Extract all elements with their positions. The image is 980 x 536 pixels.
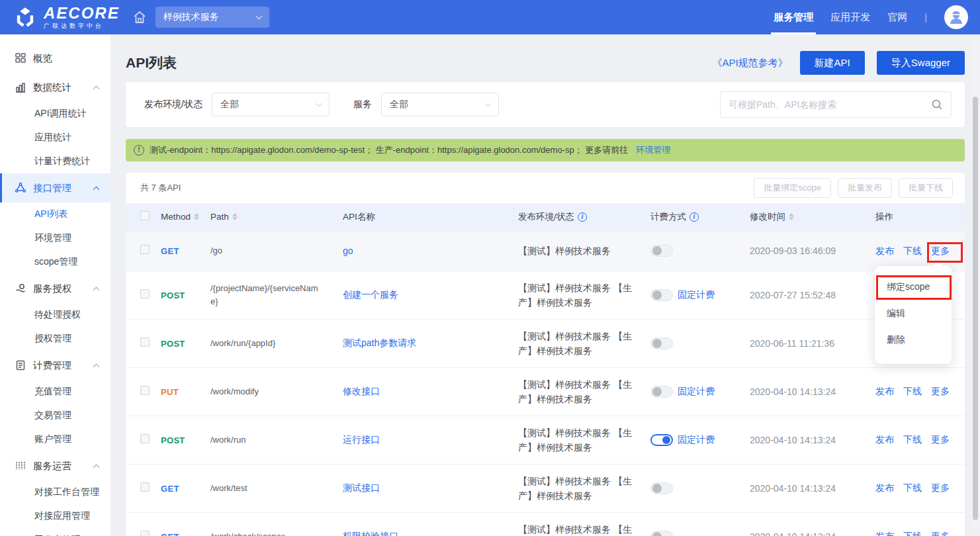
- api-table: Method Path API名称 发布环境/状态 计费方式 修改时间 操作 G…: [126, 203, 965, 536]
- chevron-up-icon: [93, 85, 100, 92]
- modified-time: 2020-06-11 11:21:36: [750, 338, 834, 349]
- new-api-button[interactable]: 新建API: [800, 51, 865, 75]
- nav-app-development[interactable]: 应用开发: [830, 0, 870, 34]
- api-name-link[interactable]: 测试接口: [343, 482, 380, 493]
- billing-toggle[interactable]: [650, 337, 673, 349]
- api-name-link[interactable]: 创建一个服务: [343, 289, 398, 300]
- billing-toggle[interactable]: [650, 289, 673, 301]
- publish-link[interactable]: 发布: [875, 386, 894, 396]
- select-all-checkbox[interactable]: [140, 211, 150, 220]
- import-swagger-button[interactable]: 导入Swagger: [877, 51, 965, 75]
- api-name-link[interactable]: go: [343, 246, 353, 256]
- chevron-up-icon: [93, 186, 100, 193]
- api-spec-reference-link[interactable]: 《API规范参考》: [712, 57, 787, 69]
- sidebar-item-label: 服务授权: [33, 283, 71, 295]
- sidebar-item-metering-billing-stats[interactable]: 计量计费统计: [0, 150, 111, 173]
- user-avatar[interactable]: [944, 5, 968, 29]
- offline-link[interactable]: 下线: [903, 482, 922, 493]
- sidebar-item-account-management[interactable]: 账户管理: [0, 427, 111, 451]
- env-status: 【测试】样例技术服务 【生产】样例技术服务: [518, 377, 650, 406]
- more-link[interactable]: 更多: [931, 246, 950, 256]
- publish-link[interactable]: 发布: [875, 531, 894, 536]
- sidebar-item-app-stats[interactable]: 应用统计: [0, 126, 111, 150]
- sidebar-item-service-auth[interactable]: 服务授权: [0, 274, 111, 303]
- page-scrollbar[interactable]: [971, 37, 979, 533]
- menu-item-bind-scope[interactable]: 绑定scope: [875, 274, 952, 300]
- scrollbar-thumb[interactable]: [973, 97, 978, 520]
- project-select[interactable]: 样例技术服务: [156, 7, 269, 28]
- billing-toggle[interactable]: [650, 386, 673, 398]
- sidebar-item-billing-management[interactable]: 计费管理: [0, 351, 111, 380]
- row-checkbox[interactable]: [140, 482, 150, 492]
- sidebar-item-api-list[interactable]: API列表: [0, 202, 111, 226]
- engineer-avatar-icon: [948, 9, 965, 26]
- info-icon[interactable]: [578, 212, 587, 222]
- table-row: GET /work/check/scopes 权限校验接口 【测试】样例技术服务…: [126, 512, 965, 536]
- env-management-link[interactable]: 环境管理: [636, 144, 670, 156]
- publish-link[interactable]: 发布: [875, 246, 894, 256]
- publish-link[interactable]: 发布: [875, 434, 894, 445]
- more-link[interactable]: 更多: [931, 531, 950, 536]
- nav-service-management[interactable]: 服务管理: [774, 0, 813, 34]
- sidebar-item-developer-management[interactable]: 开发者管理: [0, 528, 111, 536]
- sidebar-item-recharge-management[interactable]: 充值管理: [0, 380, 111, 404]
- row-checkbox[interactable]: [140, 337, 150, 347]
- api-path: /work/run: [210, 433, 343, 447]
- info-icon[interactable]: [690, 212, 699, 222]
- row-checkbox[interactable]: [140, 531, 150, 536]
- sidebar-item-service-ops[interactable]: 服务运营: [0, 451, 111, 480]
- more-link[interactable]: 更多: [931, 386, 950, 396]
- offline-link[interactable]: 下线: [903, 434, 922, 445]
- more-link[interactable]: 更多: [931, 482, 950, 493]
- sidebar-item-auth-management[interactable]: 授权管理: [0, 327, 111, 351]
- service-ops-icon: [15, 460, 26, 472]
- sidebar-item-scope-management[interactable]: scope管理: [0, 250, 111, 274]
- env-status: 【测试】样例技术服务 【生产】样例技术服务: [518, 281, 650, 310]
- col-operations: 操作: [875, 212, 893, 222]
- row-checkbox[interactable]: [140, 434, 150, 443]
- batch-offline-button[interactable]: 批量下线: [899, 178, 953, 198]
- brand-logo[interactable]: AECORE 广联达数字中台: [0, 5, 120, 29]
- offline-link[interactable]: 下线: [903, 531, 922, 536]
- nav-official-site[interactable]: 官网: [887, 0, 907, 34]
- search-icon[interactable]: [931, 99, 943, 111]
- sort-icon[interactable]: [194, 213, 199, 220]
- search-input[interactable]: [729, 99, 931, 110]
- home-icon[interactable]: [132, 9, 148, 25]
- menu-item-edit[interactable]: 编辑: [875, 300, 952, 327]
- sidebar-item-api-management[interactable]: 接口管理: [0, 173, 111, 202]
- billing-toggle[interactable]: [650, 531, 673, 536]
- batch-bind-scope-button[interactable]: 批量绑定scope: [754, 178, 831, 198]
- billing-toggle[interactable]: [650, 245, 673, 257]
- sidebar-item-workbench-management[interactable]: 对接工作台管理: [0, 480, 111, 504]
- offline-link[interactable]: 下线: [903, 246, 922, 256]
- billing-toggle[interactable]: [650, 434, 673, 446]
- row-checkbox[interactable]: [140, 386, 150, 395]
- more-link[interactable]: 更多: [931, 434, 950, 445]
- row-checkbox[interactable]: [140, 289, 150, 298]
- sidebar-item-transaction-management[interactable]: 交易管理: [0, 404, 111, 427]
- billing-toggle[interactable]: [650, 482, 673, 494]
- env-filter-select[interactable]: 全部: [212, 93, 330, 116]
- menu-item-delete[interactable]: 删除: [875, 327, 952, 353]
- api-name-link[interactable]: 运行接口: [343, 434, 380, 445]
- sidebar-item-env-management[interactable]: 环境管理: [0, 226, 111, 250]
- env-status: 【测试】样例技术服务: [518, 244, 650, 258]
- service-filter-select[interactable]: 全部: [381, 93, 499, 116]
- sidebar-item-docking-app-management[interactable]: 对接应用管理: [0, 504, 111, 528]
- sidebar-item-overview[interactable]: 概览: [0, 44, 111, 73]
- batch-publish-button[interactable]: 批量发布: [838, 178, 892, 198]
- sidebar-item-api-call-stats[interactable]: API调用统计: [0, 102, 111, 126]
- sidebar-item-data-stats[interactable]: 数据统计: [0, 73, 111, 102]
- stats-icon: [15, 81, 26, 93]
- row-checkbox[interactable]: [140, 245, 150, 254]
- api-name-link[interactable]: 修改接口: [343, 386, 380, 396]
- sidebar-item-pending-auth[interactable]: 待处理授权: [0, 303, 111, 327]
- sort-icon[interactable]: [232, 213, 238, 220]
- offline-link[interactable]: 下线: [903, 386, 922, 396]
- sort-icon[interactable]: [789, 213, 794, 220]
- publish-link[interactable]: 发布: [875, 482, 894, 493]
- table-row: POST /work/run/{appId} 测试path参数请求 【测试】样例…: [126, 319, 965, 367]
- api-name-link[interactable]: 测试path参数请求: [343, 337, 416, 348]
- api-name-link[interactable]: 权限校验接口: [343, 531, 398, 536]
